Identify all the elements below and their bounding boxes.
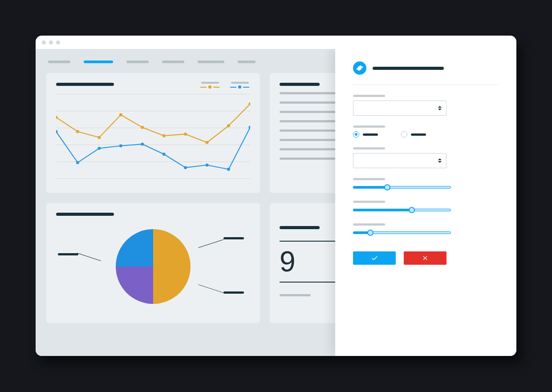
pie-label-b [223,237,244,239]
field-label [353,95,385,97]
radio-dot-icon [401,131,407,137]
check-icon [370,254,378,262]
panel-title [373,67,444,70]
nav-item-5[interactable] [198,61,224,63]
dashboard: 9 [36,49,335,356]
bignumber-title [280,226,320,229]
radio-label [363,133,378,136]
field-slider-1 [353,178,499,191]
field-label [353,125,385,128]
svg-point-2 [97,136,101,139]
svg-point-1 [76,130,79,133]
line-chart-title [56,83,114,86]
nav-item-4[interactable] [162,61,184,63]
legend-series-b [230,82,249,89]
slider-input-1[interactable] [353,184,451,191]
settings-panel [335,49,517,356]
radio-option-2[interactable] [401,131,426,137]
pie-chart-plot [56,222,250,311]
svg-point-13 [119,144,122,147]
select-input-1[interactable] [353,101,446,116]
traffic-light-minimize[interactable] [49,40,53,44]
svg-point-11 [76,161,79,164]
bignumber-value: 9 [280,245,335,278]
svg-point-7 [206,141,209,144]
radio-dot-icon [353,131,359,137]
traffic-light-close[interactable] [42,40,46,44]
field-slider-3 [353,223,499,236]
top-nav [46,57,325,73]
list-card [270,73,335,193]
nav-item-2[interactable] [84,61,113,63]
pie-svg [116,229,191,304]
field-select-2 [353,147,499,168]
svg-point-5 [162,134,166,137]
select-input-2[interactable] [353,153,446,168]
pie-chart-card [46,203,260,323]
field-label [353,147,385,150]
list-item [280,158,335,160]
cancel-button[interactable] [404,251,446,265]
titlebar [36,36,516,49]
list-item [280,148,335,150]
close-icon [422,255,429,262]
field-label [353,201,385,203]
line-chart-card [46,73,260,193]
field-slider-2 [353,201,499,214]
list-item [280,101,335,104]
svg-point-19 [249,126,250,129]
confirm-button[interactable] [353,251,396,265]
radio-label [411,133,426,136]
nav-item-6[interactable] [238,61,256,63]
field-label [353,178,385,180]
line-chart-legend [200,82,249,89]
list-item [280,111,335,113]
svg-point-17 [206,164,209,167]
pie-chart-title [56,213,114,216]
list-item [280,120,335,122]
select-caret-icon [438,106,442,110]
list-item [280,129,335,132]
list-item [280,92,335,94]
radio-option-1[interactable] [353,131,378,137]
select-caret-icon [438,158,442,163]
slider-input-3[interactable] [353,229,451,236]
nav-item-3[interactable] [126,61,149,63]
gear-icon [353,61,366,75]
svg-point-3 [119,113,122,117]
legend-series-a [200,82,219,89]
svg-point-14 [141,142,144,145]
svg-point-6 [184,133,187,136]
field-select-1 [353,95,499,116]
svg-point-16 [184,166,187,169]
svg-point-8 [227,124,230,127]
svg-point-18 [227,168,230,171]
bignumber-sublabel [280,294,311,296]
svg-point-4 [141,126,144,129]
line-chart-plot [56,94,250,178]
list-card-title [280,83,320,86]
traffic-light-zoom[interactable] [56,40,60,44]
nav-item-1[interactable] [48,61,70,63]
app-window: 9 [36,36,516,356]
svg-point-15 [162,153,166,156]
field-label [353,223,385,226]
slider-input-2[interactable] [353,206,451,214]
bignumber-card: 9 [270,203,335,323]
list-item [280,139,335,141]
field-radio-group [353,125,499,137]
svg-point-12 [97,147,101,150]
pie-label-c [223,291,244,294]
pie-label-a [58,253,78,255]
